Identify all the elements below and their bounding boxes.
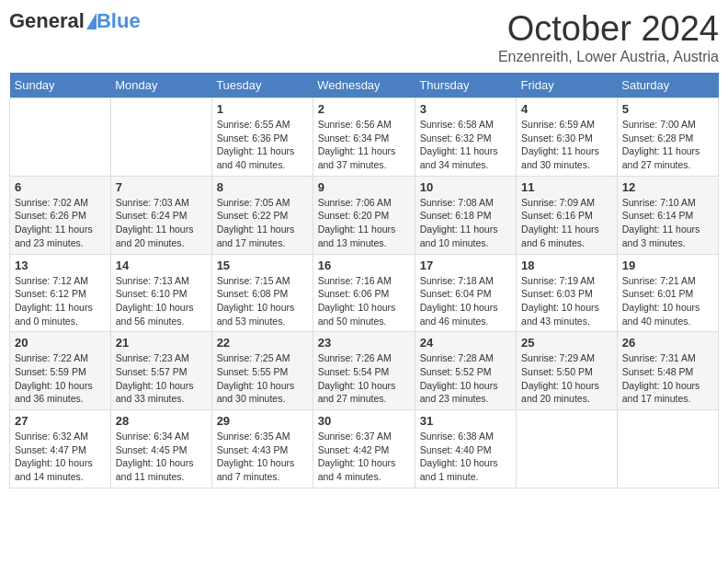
calendar-cell: 16Sunrise: 7:16 AMSunset: 6:06 PMDayligh… [313,254,415,332]
calendar-cell: 2Sunrise: 6:56 AMSunset: 6:34 PMDaylight… [313,98,415,177]
day-number: 26 [622,336,713,350]
day-info: Sunrise: 7:09 AMSunset: 6:16 PMDaylight:… [521,196,612,250]
calendar-cell: 26Sunrise: 7:31 AMSunset: 5:48 PMDayligh… [617,332,718,410]
calendar-cell: 6Sunrise: 7:02 AMSunset: 6:26 PMDaylight… [10,176,111,254]
day-number: 28 [116,414,207,428]
logo: General Blue [9,9,141,33]
page-header: General Blue October 2024 Enzenreith, Lo… [9,9,719,65]
day-info: Sunrise: 6:32 AMSunset: 4:47 PMDaylight:… [15,430,106,484]
calendar-cell: 12Sunrise: 7:10 AMSunset: 6:14 PMDayligh… [617,176,718,254]
calendar-week-row: 20Sunrise: 7:22 AMSunset: 5:59 PMDayligh… [10,332,719,410]
weekday-header: Wednesday [313,73,415,98]
day-info: Sunrise: 6:34 AMSunset: 4:45 PMDaylight:… [116,430,207,484]
day-info: Sunrise: 7:03 AMSunset: 6:24 PMDaylight:… [116,196,207,250]
day-number: 10 [420,180,511,194]
day-number: 3 [420,102,511,116]
calendar-cell: 22Sunrise: 7:25 AMSunset: 5:55 PMDayligh… [211,332,313,410]
calendar-cell: 13Sunrise: 7:12 AMSunset: 6:12 PMDayligh… [10,254,111,332]
day-number: 16 [318,259,410,272]
day-number: 21 [116,336,207,350]
calendar-cell: 29Sunrise: 6:35 AMSunset: 4:43 PMDayligh… [211,410,313,488]
day-number: 1 [217,102,308,116]
calendar-cell: 4Sunrise: 6:59 AMSunset: 6:30 PMDaylight… [517,98,618,177]
day-number: 27 [15,414,106,428]
calendar-cell: 1Sunrise: 6:55 AMSunset: 6:36 PMDaylight… [211,98,313,177]
calendar-cell: 7Sunrise: 7:03 AMSunset: 6:24 PMDaylight… [110,176,211,254]
day-number: 23 [318,336,410,350]
day-number: 6 [15,180,106,194]
header-row: SundayMondayTuesdayWednesdayThursdayFrid… [10,73,719,98]
day-info: Sunrise: 6:56 AMSunset: 6:34 PMDaylight:… [318,118,410,172]
day-number: 22 [217,336,308,350]
day-info: Sunrise: 7:16 AMSunset: 6:06 PMDaylight:… [318,274,410,328]
calendar-cell: 15Sunrise: 7:15 AMSunset: 6:08 PMDayligh… [211,254,313,332]
day-number: 17 [420,259,511,272]
logo-blue-text: Blue [97,9,141,33]
day-number: 4 [521,102,612,116]
calendar-week-row: 27Sunrise: 6:32 AMSunset: 4:47 PMDayligh… [10,410,719,488]
calendar-week-row: 1Sunrise: 6:55 AMSunset: 6:36 PMDaylight… [10,98,719,177]
day-info: Sunrise: 7:12 AMSunset: 6:12 PMDaylight:… [15,274,106,328]
day-number: 14 [116,259,207,272]
title-section: October 2024 Enzenreith, Lower Austria, … [498,9,719,65]
day-info: Sunrise: 6:58 AMSunset: 6:32 PMDaylight:… [420,118,511,172]
day-info: Sunrise: 7:15 AMSunset: 6:08 PMDaylight:… [217,274,308,328]
day-info: Sunrise: 6:55 AMSunset: 6:36 PMDaylight:… [217,118,308,172]
weekday-header: Thursday [415,73,516,98]
day-info: Sunrise: 7:31 AMSunset: 5:48 PMDaylight:… [622,351,713,406]
calendar-cell: 17Sunrise: 7:18 AMSunset: 6:04 PMDayligh… [415,254,516,332]
calendar-cell: 11Sunrise: 7:09 AMSunset: 6:16 PMDayligh… [517,176,618,254]
calendar-cell: 19Sunrise: 7:21 AMSunset: 6:01 PMDayligh… [617,254,718,332]
day-info: Sunrise: 7:28 AMSunset: 5:52 PMDaylight:… [420,351,511,406]
calendar-table: SundayMondayTuesdayWednesdayThursdayFrid… [9,73,719,488]
month-title: October 2024 [498,9,719,49]
calendar-cell: 24Sunrise: 7:28 AMSunset: 5:52 PMDayligh… [415,332,516,410]
day-number: 12 [622,180,713,194]
weekday-header: Friday [517,73,618,98]
day-info: Sunrise: 7:19 AMSunset: 6:03 PMDaylight:… [521,274,612,328]
calendar-cell: 10Sunrise: 7:08 AMSunset: 6:18 PMDayligh… [415,176,516,254]
calendar-cell: 28Sunrise: 6:34 AMSunset: 4:45 PMDayligh… [110,410,211,488]
calendar-cell: 31Sunrise: 6:38 AMSunset: 4:40 PMDayligh… [415,410,516,488]
calendar-cell: 27Sunrise: 6:32 AMSunset: 4:47 PMDayligh… [10,410,111,488]
day-info: Sunrise: 7:22 AMSunset: 5:59 PMDaylight:… [15,351,106,406]
weekday-header: Monday [110,73,211,98]
day-info: Sunrise: 7:26 AMSunset: 5:54 PMDaylight:… [318,351,410,406]
calendar-cell: 14Sunrise: 7:13 AMSunset: 6:10 PMDayligh… [110,254,211,332]
day-info: Sunrise: 7:29 AMSunset: 5:50 PMDaylight:… [521,351,612,406]
calendar-cell: 23Sunrise: 7:26 AMSunset: 5:54 PMDayligh… [313,332,415,410]
day-number: 18 [521,259,612,272]
location-title: Enzenreith, Lower Austria, Austria [498,49,719,65]
calendar-week-row: 6Sunrise: 7:02 AMSunset: 6:26 PMDaylight… [10,176,719,254]
calendar-cell [110,98,211,177]
day-info: Sunrise: 7:00 AMSunset: 6:28 PMDaylight:… [622,118,713,172]
calendar-cell [10,98,111,177]
calendar-cell: 21Sunrise: 7:23 AMSunset: 5:57 PMDayligh… [110,332,211,410]
day-number: 11 [521,180,612,194]
calendar-cell: 9Sunrise: 7:06 AMSunset: 6:20 PMDaylight… [313,176,415,254]
calendar-week-row: 13Sunrise: 7:12 AMSunset: 6:12 PMDayligh… [10,254,719,332]
calendar-cell: 8Sunrise: 7:05 AMSunset: 6:22 PMDaylight… [211,176,313,254]
calendar-cell: 25Sunrise: 7:29 AMSunset: 5:50 PMDayligh… [517,332,618,410]
calendar-cell: 20Sunrise: 7:22 AMSunset: 5:59 PMDayligh… [10,332,111,410]
day-number: 25 [521,336,612,350]
day-number: 9 [318,180,410,194]
day-info: Sunrise: 6:35 AMSunset: 4:43 PMDaylight:… [217,430,308,484]
weekday-header: Tuesday [211,73,313,98]
day-number: 29 [217,414,308,428]
day-number: 13 [15,259,106,272]
day-number: 8 [217,180,308,194]
calendar-cell: 3Sunrise: 6:58 AMSunset: 6:32 PMDaylight… [415,98,516,177]
calendar-cell: 18Sunrise: 7:19 AMSunset: 6:03 PMDayligh… [517,254,618,332]
day-info: Sunrise: 7:02 AMSunset: 6:26 PMDaylight:… [15,196,106,250]
weekday-header: Saturday [617,73,718,98]
day-number: 30 [318,414,410,428]
day-info: Sunrise: 7:21 AMSunset: 6:01 PMDaylight:… [622,274,713,328]
day-info: Sunrise: 7:23 AMSunset: 5:57 PMDaylight:… [116,351,207,406]
day-number: 24 [420,336,511,350]
day-info: Sunrise: 7:13 AMSunset: 6:10 PMDaylight:… [116,274,207,328]
day-number: 20 [15,336,106,350]
day-info: Sunrise: 7:08 AMSunset: 6:18 PMDaylight:… [420,196,511,250]
day-number: 5 [622,102,713,116]
day-info: Sunrise: 7:10 AMSunset: 6:14 PMDaylight:… [622,196,713,250]
